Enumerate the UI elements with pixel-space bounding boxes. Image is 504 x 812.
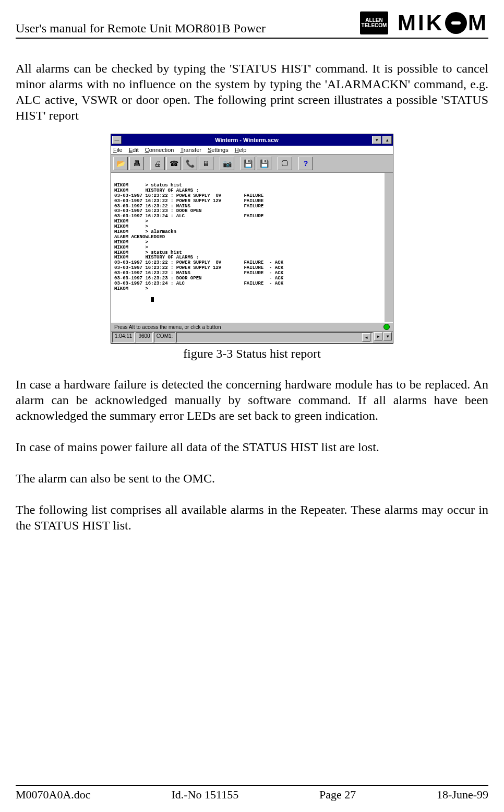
terminal-line: ALARM ACKNOWLEDGED [114,234,165,240]
page-header: User's manual for Remote Unit MOR801B Po… [16,10,488,39]
terminal-line: MIKOM HISTORY OF ALARMS : [114,255,199,260]
paragraph-2: In case a hardware failure is detected t… [16,376,488,423]
status-time: 1:04:11 [112,332,135,343]
mikom-logo-disc-icon [445,12,467,34]
terminal-line: MIKOM > [114,245,148,250]
terminal-line: MIKOM > [114,219,148,224]
terminal-line: 03-03-1997 16:23:22 : MAINS FAILURE - AC… [114,270,283,276]
winterm-window: — Winterm - Winterm.scw ▾ ▴ File Edit Co… [111,134,393,344]
footer-date: 18-June-99 [437,788,488,802]
window-titlebar[interactable]: — Winterm - Winterm.scw ▾ ▴ [111,134,393,146]
status-bar: 1:04:11 9600 COM1: ◂ ▸ ▾ [111,331,393,343]
paragraph-3: In case of mains power failure all data … [16,439,488,455]
terminal-line: 03-03-1997 16:23:23 : DOOR OPEN [114,208,201,214]
terminal-line: MIKOM > [114,240,148,245]
footer-page: Page 27 [319,788,356,802]
hint-text: Press Alt to access the menu, or click a… [114,324,221,330]
status-port: COM1: [154,332,176,343]
camera-icon[interactable]: 📷 [220,157,234,170]
printer2-icon[interactable]: 🖨 [150,157,165,170]
save2-icon[interactable]: 💾 [257,157,271,170]
window-control-buttons: ▾ ▴ [372,136,392,144]
page-content: All alarms can be checked by typing the … [16,39,488,785]
display-icon[interactable]: 🖵 [278,157,292,170]
minimize-button[interactable]: ▾ [372,136,381,144]
status-led-icon [383,324,390,330]
help-icon[interactable]: ? [298,157,313,170]
terminal-line: 03-03-1997 16:23:23 : DOOR OPEN - ACK [114,276,283,281]
allen-logo-line2: TELECOM [362,23,387,29]
terminal-line: 03-03-1997 16:23:22 : POWER SUPPLY 8V FA… [114,260,283,265]
menu-file[interactable]: File [113,147,123,153]
maximize-button[interactable]: ▴ [382,136,392,144]
header-title: User's manual for Remote Unit MOR801B Po… [16,21,266,36]
menu-help[interactable]: Help [235,147,247,153]
system-menu-icon[interactable]: — [112,136,122,144]
horizontal-scrollbar[interactable]: ◂ [176,332,373,343]
terminal-line: 03-03-1997 16:23:24 : ALC FAILURE - ACK [114,281,283,286]
status-baud: 9600 [136,332,152,343]
terminal-line: MIKOM > status hist [114,250,182,255]
menu-transfer[interactable]: Transfer [180,147,201,153]
menu-connection[interactable]: Connection [145,147,174,153]
terminal-line: MIKOM > [114,286,148,291]
terminal-line: 03-03-1997 16:23:22 : POWER SUPPLY 8V FA… [114,193,263,198]
mikom-logo-post: M [468,10,488,36]
figure-caption: figure 3-3 Status hist report [16,347,488,361]
scroll-right-icon[interactable]: ▸ [374,332,382,340]
terminal-line: MIKOM > alarmackn [114,229,176,234]
paragraph-4: The alarm can also be sent to the OMC. [16,470,488,486]
paragraph-1: All alarms can be checked by typing the … [16,61,488,123]
phone-down-icon[interactable]: 📞 [183,157,197,170]
mikom-logo: MIK M [398,10,488,36]
menu-bar: File Edit Connection Transfer Settings H… [111,146,393,155]
scroll-left-icon[interactable]: ◂ [362,333,370,342]
terminal-line: 03-03-1997 16:23:22 : POWER SUPPLY 12V F… [114,265,283,270]
footer-filename: M0070A0A.doc [16,788,91,802]
mikom-logo-pre: MIK [398,10,444,36]
cursor-icon [151,297,154,302]
terminal-output[interactable]: MIKOM > status hist MIKOM HISTORY OF ALA… [111,173,393,322]
terminal-line: MIKOM > status hist [114,183,182,188]
print-icon[interactable]: 🖶 [129,157,144,170]
terminal-line: 03-03-1997 16:23:24 : ALC FAILURE [114,214,263,219]
toolbar: 📂 🖶 🖨 ☎ 📞 🖥 📷 💾 💾 🖵 ? [111,155,393,173]
footer-id: Id.-No 151155 [171,788,238,802]
page-footer: M0070A0A.doc Id.-No 151155 Page 27 18-Ju… [16,785,488,802]
terminal-line: 03-03-1997 16:23:22 : MAINS FAILURE [114,204,263,209]
terminal-line: MIKOM > [114,224,148,229]
phone-icon[interactable]: ☎ [166,157,181,170]
terminal-line: 03-03-1997 16:23:22 : POWER SUPPLY 12V F… [114,198,263,204]
open-icon[interactable]: 📂 [113,157,128,170]
terminal-line: MIKOM HISTORY OF ALARMS : [114,188,199,193]
save-icon[interactable]: 💾 [241,157,255,170]
menu-edit[interactable]: Edit [129,147,139,153]
window-title: Winterm - Winterm.scw [122,137,372,143]
menu-settings[interactable]: Settings [208,147,229,153]
scroll-down-icon[interactable]: ▾ [383,332,392,340]
modem-icon[interactable]: 🖥 [199,157,213,170]
hint-bar: Press Alt to access the menu, or click a… [111,322,393,331]
allen-telecom-logo: ALLEN TELECOM [360,11,388,34]
header-logos: ALLEN TELECOM MIK M [360,10,488,36]
screenshot-figure: — Winterm - Winterm.scw ▾ ▴ File Edit Co… [16,134,488,344]
paragraph-5: The following list comprises all availab… [16,502,488,533]
